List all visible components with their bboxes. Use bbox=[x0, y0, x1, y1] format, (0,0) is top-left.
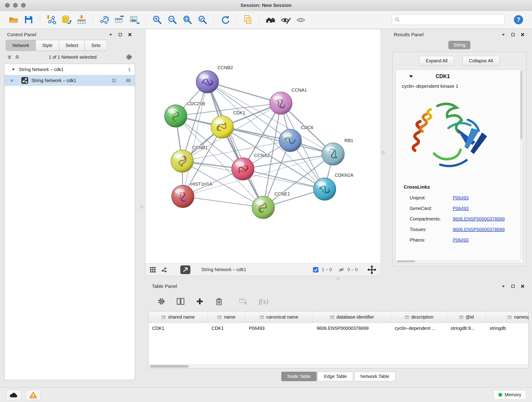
eye-pen-icon bbox=[280, 14, 291, 25]
cloud-status-button[interactable] bbox=[6, 390, 21, 400]
close-window-button[interactable] bbox=[5, 3, 10, 7]
splitter-grip-bottom[interactable] bbox=[336, 277, 340, 280]
column-header-id[interactable]: @id bbox=[447, 312, 486, 323]
collapse-all-icon[interactable] bbox=[7, 55, 12, 59]
column-header-name[interactable]: name bbox=[208, 312, 245, 323]
column-header-database-identifier[interactable]: database identifier bbox=[313, 312, 391, 323]
export-image-button[interactable] bbox=[128, 12, 141, 27]
crosslink-link[interactable]: 9606.ENSP00000378699 bbox=[453, 227, 505, 232]
column-header-namespace[interactable]: namespace bbox=[486, 312, 529, 323]
hidden-eye-slash-icon[interactable] bbox=[338, 267, 344, 273]
splitter-grip-left[interactable] bbox=[140, 206, 143, 209]
crosslink-link[interactable]: P06493 bbox=[453, 195, 469, 201]
disclosure-triangle-icon[interactable] bbox=[12, 68, 15, 71]
import-network-from-database-button[interactable] bbox=[60, 12, 73, 27]
network-node-RB1[interactable] bbox=[322, 143, 344, 165]
toggle-graphics-details-button[interactable] bbox=[279, 12, 292, 27]
tab-style[interactable]: Style bbox=[36, 40, 59, 51]
search-input[interactable] bbox=[402, 17, 501, 22]
table-header-row: shared name name canonical name database… bbox=[148, 312, 529, 323]
close-panel-icon[interactable] bbox=[520, 32, 525, 37]
network-node-CDK1[interactable] bbox=[211, 116, 234, 138]
network-node-CCNB2[interactable] bbox=[196, 70, 219, 93]
column-header-canonical-name[interactable]: canonical name bbox=[245, 312, 313, 323]
delete-table-icon[interactable] bbox=[239, 297, 248, 306]
birds-eye-view-icon[interactable] bbox=[150, 267, 156, 273]
show-graphics-button[interactable] bbox=[294, 12, 307, 27]
network-node-CDC6[interactable] bbox=[279, 129, 302, 152]
minimize-window-button[interactable] bbox=[13, 3, 18, 7]
network-node-CDC25B[interactable] bbox=[165, 105, 187, 127]
save-session-button[interactable] bbox=[22, 12, 35, 27]
zoom-in-button[interactable] bbox=[151, 12, 164, 27]
copy-document-button[interactable] bbox=[241, 12, 254, 27]
function-builder-button[interactable]: f(x) bbox=[259, 298, 268, 305]
zoom-out-button[interactable] bbox=[166, 12, 179, 27]
selected-checkbox-icon[interactable] bbox=[313, 267, 318, 273]
network-node-CCNA2[interactable] bbox=[232, 158, 254, 180]
table-horizontal-scrollbar[interactable] bbox=[148, 364, 528, 368]
import-network-button[interactable] bbox=[45, 12, 58, 27]
refresh-view-button[interactable] bbox=[219, 12, 232, 27]
crosslink-link[interactable]: P06493 bbox=[453, 206, 469, 211]
float-panel-icon[interactable] bbox=[511, 32, 515, 37]
tab-sets[interactable]: Sets bbox=[85, 40, 107, 51]
import-network-icon bbox=[46, 14, 57, 25]
import-table-button[interactable] bbox=[75, 12, 88, 27]
zoom-selected-icon bbox=[197, 14, 208, 25]
tab-node-table[interactable]: Node Table bbox=[281, 372, 317, 381]
float-panel-icon[interactable] bbox=[118, 32, 123, 37]
network-node-HIST1H1A[interactable] bbox=[172, 185, 194, 208]
tab-select[interactable]: Select bbox=[59, 40, 85, 51]
panel-menu-icon[interactable] bbox=[501, 284, 506, 288]
splitter-grip-right[interactable] bbox=[382, 151, 385, 154]
crosslink-link[interactable]: P06493 bbox=[453, 237, 469, 243]
open-in-new-window-button[interactable] bbox=[180, 265, 190, 274]
tab-network-table[interactable]: Network Table bbox=[354, 372, 395, 381]
help-button[interactable]: ? bbox=[512, 12, 525, 27]
table-row[interactable]: CDK1 CDK1 P06493 9606.ENSP00000378699 cy… bbox=[148, 323, 529, 333]
column-header-description[interactable]: description bbox=[391, 312, 447, 323]
zoom-selected-button[interactable] bbox=[196, 12, 209, 27]
memory-button[interactable]: Memory bbox=[494, 390, 526, 400]
network-node-CCNA1[interactable] bbox=[270, 92, 292, 114]
panel-menu-icon[interactable] bbox=[108, 32, 113, 37]
collapse-all-button[interactable]: Collapse All bbox=[462, 56, 500, 66]
network-node-CCNE1[interactable] bbox=[252, 196, 274, 219]
expand-all-icon[interactable] bbox=[15, 55, 19, 59]
column-header-shared-name[interactable]: shared name bbox=[148, 312, 208, 323]
scrollbar-thumb[interactable] bbox=[150, 365, 189, 368]
show-columns-icon[interactable] bbox=[176, 297, 185, 306]
network-node-CDKN1A[interactable] bbox=[313, 178, 336, 200]
gear-icon[interactable] bbox=[126, 54, 132, 60]
network-canvas-svg[interactable]: CCNB2CCNA1CDC25BCDK1CDC6RB1CCNB1CCNA2CDK… bbox=[146, 29, 380, 263]
fit-selected-crosshair-icon[interactable] bbox=[367, 265, 376, 274]
tab-network[interactable]: Network bbox=[6, 40, 36, 51]
results-vertical-scrollbar[interactable] bbox=[520, 70, 523, 259]
close-panel-icon[interactable] bbox=[520, 284, 525, 288]
export-network-button[interactable] bbox=[98, 12, 111, 27]
delete-column-trash-icon[interactable] bbox=[215, 297, 223, 306]
close-panel-icon[interactable] bbox=[128, 32, 132, 37]
network-node-CCNB1[interactable] bbox=[171, 150, 193, 172]
crosslink-link[interactable]: 9606.ENSP00000378699 bbox=[453, 216, 505, 222]
warnings-button[interactable] bbox=[26, 390, 41, 400]
network-collection-row[interactable]: String Network – cdk1 1 bbox=[5, 64, 135, 75]
open-session-button[interactable] bbox=[7, 12, 20, 27]
results-horizontal-scrollbar[interactable] bbox=[396, 260, 519, 263]
home-button[interactable] bbox=[264, 12, 277, 27]
panel-menu-icon[interactable] bbox=[501, 32, 506, 37]
network-canvas[interactable]: CCNB2CCNA1CDC25BCDK1CDC6RB1CCNB1CCNA2CDK… bbox=[146, 29, 380, 263]
float-panel-icon[interactable] bbox=[511, 284, 515, 288]
zoom-fit-button[interactable] bbox=[181, 12, 194, 27]
network-row-selected[interactable]: String Network – cdk1 11 48 bbox=[5, 75, 135, 86]
table-settings-gear-icon[interactable] bbox=[157, 298, 165, 305]
add-column-plus-icon[interactable] bbox=[196, 298, 204, 305]
results-tab-string[interactable]: String bbox=[448, 41, 470, 49]
export-table-button[interactable] bbox=[113, 12, 126, 27]
expand-all-button[interactable]: Expand All bbox=[419, 56, 454, 66]
zoom-window-button[interactable] bbox=[21, 3, 26, 7]
tab-edge-table[interactable]: Edge Table bbox=[318, 372, 353, 381]
network-share-icon[interactable] bbox=[161, 266, 167, 273]
section-collapse-triangle-icon[interactable] bbox=[409, 74, 413, 79]
